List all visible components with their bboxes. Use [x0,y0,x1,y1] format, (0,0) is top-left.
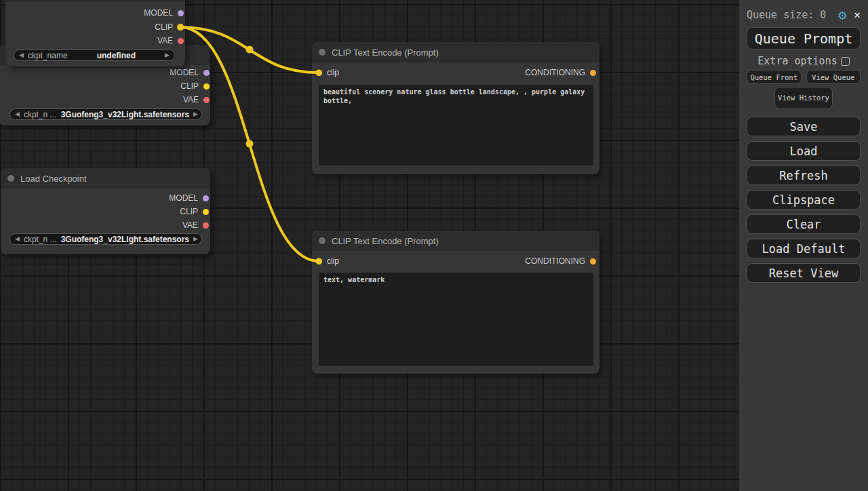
output-vae: VAE [182,220,209,231]
output-label-conditioning: CONDITIONING [525,256,585,266]
combo-label: ckpt_n ... [24,235,57,244]
output-label-clip: CLIP [180,81,199,91]
combo-value: undefined [72,51,161,60]
combo-value: 3Guofeng3_v32Light.safetensors [61,235,189,244]
model-port-dot[interactable] [178,10,184,16]
queue-status-row: Queue size: 0 ⚙ ✕ [747,7,861,23]
clip-port-dot[interactable] [203,209,209,215]
clip-port-dot[interactable] [316,70,322,76]
output-label-clip: CLIP [180,207,198,216]
vae-port-dot[interactable] [178,38,184,44]
model-port-dot[interactable] [203,195,209,201]
clip-port-dot[interactable] [178,24,184,31]
node-clip-text-encode-positive[interactable]: CLIP Text Encode (Prompt) clip CONDITION… [312,42,599,174]
link-midpoint-dot [246,140,254,148]
node-title-bar[interactable]: CLIP Text Encode (Prompt) [312,42,599,62]
refresh-button[interactable]: Refresh [747,165,861,185]
output-clip: CLIP [180,206,209,217]
queue-prompt-button[interactable]: Queue Prompt [747,27,861,50]
input-clip: clip [316,256,339,267]
output-label-vae: VAE [157,36,173,45]
reset-view-button[interactable]: Reset View [747,263,861,283]
combo-label: ckpt_n ... [24,110,57,119]
combo-right-arrow-icon[interactable]: ▶ [193,236,198,242]
node-title: Load Checkpoint [20,174,87,184]
output-conditioning: CONDITIONING [525,256,596,267]
close-menu-icon[interactable]: ✕ [854,9,861,20]
node-title-bar[interactable]: CLIP Text Encode (Prompt) [312,231,599,251]
queue-front-button[interactable]: Queue Front [747,70,802,84]
ckpt-name-combo[interactable]: ◀ ckpt_n ... 3Guofeng3_v32Light.safetens… [9,233,202,245]
negative-prompt-textarea[interactable]: text, watermark [319,273,593,366]
ckpt-name-combo[interactable]: ◀ ckpt_n ... 3Guofeng3_v32Light.safetens… [9,109,202,120]
collapse-dot-icon[interactable] [7,175,14,182]
conditioning-port-dot[interactable] [590,70,596,76]
output-clip: CLIP [180,81,210,92]
output-model: MODEL [144,7,184,18]
node-title-bar[interactable]: Load Checkpoint [1,168,210,189]
ckpt-name-combo[interactable]: ◀ ckpt_name undefined ▶ [14,50,175,61]
output-model: MODEL [170,67,210,78]
output-vae: VAE [183,94,210,105]
load-button[interactable]: Load [747,141,861,161]
node-title: CLIP Text Encode (Prompt) [332,47,439,58]
output-clip: CLIP [155,22,184,33]
output-model: MODEL [169,193,209,203]
output-conditioning: CONDITIONING [525,67,596,78]
extra-options-label: Extra options [757,55,837,67]
output-label-vae: VAE [182,220,198,230]
comfyui-app: MODEL CLIP VAE ◀ ckpt_n ... 3Guofeng3_v3… [0,0,868,491]
node-checkpoint-top[interactable]: MODEL CLIP VAE ◀ ckpt_name undefined ▶ [5,0,185,66]
combo-right-arrow-icon[interactable]: ▶ [165,52,170,58]
output-label-model: MODEL [144,8,173,18]
input-label-clip: clip [327,256,339,266]
clipspace-button[interactable]: Clipspace [747,190,861,210]
extra-options-checkbox[interactable] [841,57,850,66]
output-label-model: MODEL [169,193,198,203]
model-port-dot[interactable] [203,70,210,76]
view-history-button[interactable]: View History [774,87,833,109]
view-queue-button[interactable]: View Queue [806,70,861,84]
output-label-vae: VAE [183,95,199,104]
collapse-dot-icon[interactable] [319,49,326,56]
node-load-checkpoint[interactable]: Load Checkpoint MODEL CLIP VAE ◀ ckpt_n … [1,168,210,254]
collapse-dot-icon[interactable] [319,237,326,244]
settings-gear-icon[interactable]: ⚙ [838,8,846,22]
clip-port-dot[interactable] [316,258,322,264]
graph-canvas[interactable]: MODEL CLIP VAE ◀ ckpt_n ... 3Guofeng3_v3… [0,0,739,491]
combo-left-arrow-icon[interactable]: ◀ [15,111,20,117]
history-row: View History [747,87,861,109]
vae-port-dot[interactable] [203,97,210,103]
combo-value: 3Guofeng3_v32Light.safetensors [61,110,189,119]
extra-options-row: Extra options [747,56,861,66]
combo-left-arrow-icon[interactable]: ◀ [15,236,20,242]
positive-prompt-textarea[interactable]: beautiful scenery nature glass bottle la… [319,85,593,165]
combo-label: ckpt_name [28,51,68,60]
vae-port-dot[interactable] [203,222,209,229]
load-default-button[interactable]: Load Default [747,239,861,258]
node-title: CLIP Text Encode (Prompt) [332,236,439,246]
comfy-menu: Queue size: 0 ⚙ ✕ Queue Prompt Extra opt… [739,0,868,491]
output-label-model: MODEL [170,68,199,77]
combo-right-arrow-icon[interactable]: ▶ [193,111,198,117]
clear-button[interactable]: Clear [747,214,861,234]
conditioning-port-dot[interactable] [590,258,596,264]
save-button[interactable]: Save [747,117,861,136]
output-label-clip: CLIP [155,22,173,32]
input-label-clip: clip [327,68,339,77]
clip-port-dot[interactable] [203,83,210,90]
queue-size-label: Queue size: 0 [747,9,826,21]
node-clip-text-encode-negative[interactable]: CLIP Text Encode (Prompt) clip CONDITION… [312,231,599,374]
output-label-conditioning: CONDITIONING [525,68,585,77]
input-clip: clip [316,67,339,78]
menu-button-stack: Save Load Refresh Clipspace Clear Load D… [747,117,861,283]
output-vae: VAE [157,35,184,46]
node-title-bar[interactable] [5,0,185,2]
queue-actions-row: Queue Front View Queue [747,70,861,84]
combo-left-arrow-icon[interactable]: ◀ [19,52,24,58]
link-midpoint-dot [246,46,254,54]
